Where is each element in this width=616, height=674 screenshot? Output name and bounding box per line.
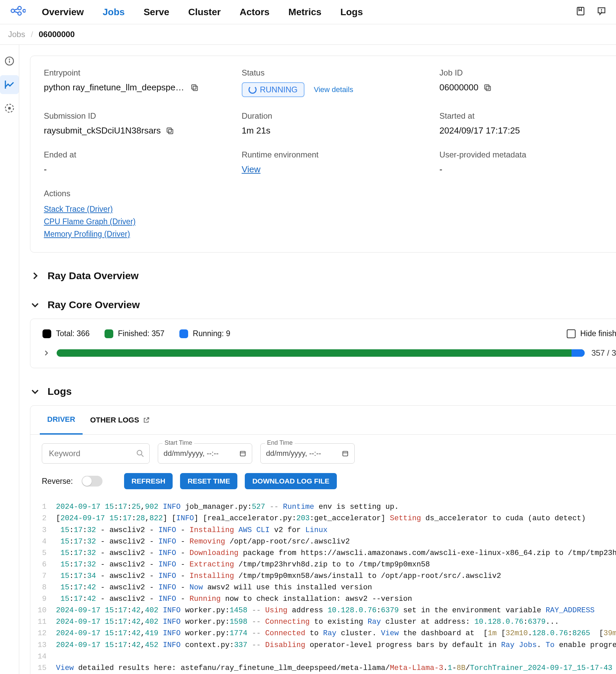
user-meta-value: - [439, 164, 616, 175]
log-line: 102024-09-17 15:17:42,402 INFO worker.py… [37, 605, 616, 616]
nav-actors[interactable]: Actors [240, 7, 270, 18]
chevron-right-icon [30, 271, 40, 281]
breadcrumb-current: 06000000 [39, 30, 75, 39]
svg-rect-19 [167, 128, 171, 132]
svg-line-4 [14, 11, 18, 13]
svg-rect-16 [486, 86, 491, 90]
started-value: 2024/09/17 17:17:25 [439, 125, 616, 136]
actions-label: Actions [44, 189, 616, 198]
svg-point-11 [9, 59, 9, 59]
svg-point-1 [18, 6, 21, 10]
finished-label: Finished: 357 [118, 329, 165, 338]
svg-rect-18 [168, 129, 173, 134]
copy-icon[interactable] [190, 83, 199, 92]
entrypoint-value: python ray_finetune_llm_deepspeed.py --m… [44, 82, 185, 93]
svg-point-5 [23, 9, 26, 12]
chevron-down-icon [30, 300, 40, 310]
submission-value: raysubmit_ckSDciU1N38rsars [44, 125, 161, 136]
copy-icon[interactable] [166, 126, 174, 135]
other-logs-tab[interactable]: OTHER LOGS [83, 406, 157, 434]
svg-rect-17 [485, 85, 489, 89]
reverse-label: Reverse: [42, 477, 73, 486]
download-log-button[interactable]: DOWNLOAD LOG FILE [245, 473, 337, 489]
end-time-input[interactable]: dd/mm/yyyy, --:-- [260, 443, 355, 464]
submission-label: Submission ID [44, 111, 228, 121]
hide-finished-checkbox[interactable]: Hide finished [567, 329, 616, 338]
ray-data-section-header[interactable]: Ray Data Overview [30, 270, 616, 282]
driver-tab[interactable]: DRIVER [40, 406, 83, 435]
finished-swatch [105, 329, 113, 338]
log-line: 4 15:17:32 - awscliv2 - INFO - Removing … [37, 536, 616, 548]
svg-line-3 [14, 9, 18, 10]
total-label: Total: 366 [56, 329, 90, 338]
action-link[interactable]: Memory Profiling (Driver) [44, 228, 616, 240]
nav-serve[interactable]: Serve [144, 7, 169, 18]
ray-logo [9, 5, 26, 19]
spinner-icon [248, 86, 257, 94]
log-line: 12024-09-17 15:17:25,902 INFO job_manage… [37, 501, 616, 513]
log-line: 15View detailed results here: astefanu/r… [37, 663, 616, 674]
svg-point-24 [137, 450, 142, 455]
rail-refresh-icon[interactable] [0, 99, 19, 118]
end-time-label: End Time [265, 439, 295, 446]
left-rail [0, 45, 19, 674]
nav-metrics[interactable]: Metrics [288, 7, 321, 18]
reverse-toggle[interactable] [82, 476, 102, 487]
log-line: 9 15:17:42 - awscliv2 - INFO - Running n… [37, 593, 616, 605]
calendar-icon [342, 450, 349, 457]
running-swatch [179, 329, 188, 338]
svg-rect-15 [192, 85, 196, 89]
entrypoint-label: Entrypoint [44, 68, 228, 78]
feedback-icon[interactable] [596, 6, 607, 18]
action-link[interactable]: Stack Trace (Driver) [44, 203, 616, 215]
runtime-env-link[interactable]: View [242, 164, 261, 175]
total-swatch [42, 329, 51, 338]
bookmark-icon[interactable] [576, 6, 586, 18]
svg-rect-28 [343, 451, 348, 456]
log-line: 112024-09-17 15:17:42,402 INFO worker.py… [37, 616, 616, 628]
log-line: 14 [37, 651, 616, 663]
runtime-env-label: Runtime environment [242, 150, 426, 159]
duration-label: Duration [242, 111, 426, 121]
nav-cluster[interactable]: Cluster [188, 7, 221, 18]
svg-point-13 [8, 107, 10, 109]
refresh-button[interactable]: REFRESH [124, 473, 173, 489]
view-details-link[interactable]: View details [314, 85, 353, 94]
user-meta-label: User-provided metadata [439, 150, 616, 159]
progress-bar [57, 349, 585, 357]
keyword-input[interactable] [42, 443, 150, 464]
logs-section-header[interactable]: Logs [30, 386, 616, 397]
reset-time-button[interactable]: RESET TIME [180, 473, 237, 489]
ended-label: Ended at [44, 150, 228, 159]
nav-overview[interactable]: Overview [42, 7, 84, 18]
svg-rect-14 [193, 86, 198, 90]
svg-line-25 [142, 455, 144, 457]
log-line: 3 15:17:32 - awscliv2 - INFO - Installin… [37, 525, 616, 536]
expand-progress-icon[interactable] [42, 349, 50, 357]
jobid-label: Job ID [439, 68, 616, 78]
breadcrumb-root[interactable]: Jobs [8, 30, 25, 39]
nav-logs[interactable]: Logs [340, 7, 363, 18]
svg-rect-26 [240, 451, 245, 456]
svg-point-0 [11, 9, 14, 12]
log-line: 7 15:17:34 - awscliv2 - INFO - Installin… [37, 570, 616, 582]
ray-core-section-header[interactable]: Ray Core Overview [30, 299, 616, 311]
started-label: Started at [439, 111, 616, 121]
start-time-label: Start Time [163, 439, 194, 446]
job-meta-card: Entrypoint python ray_finetune_llm_deeps… [30, 56, 616, 253]
status-label: Status [242, 68, 426, 78]
log-output: 12024-09-17 15:17:25,902 INFO job_manage… [30, 499, 616, 674]
log-line: 5 15:17:32 - awscliv2 - INFO - Downloadi… [37, 548, 616, 559]
start-time-input[interactable]: dd/mm/yyyy, --:-- [158, 443, 252, 464]
rail-chart-icon[interactable] [0, 75, 19, 94]
log-line: 6 15:17:32 - awscliv2 - INFO - Extractin… [37, 559, 616, 570]
action-link[interactable]: CPU Flame Graph (Driver) [44, 215, 616, 228]
svg-rect-6 [577, 7, 584, 15]
search-icon [136, 449, 145, 458]
copy-icon[interactable] [483, 83, 492, 92]
ended-value: - [44, 164, 228, 175]
rail-info-icon[interactable] [0, 52, 19, 70]
nav-jobs[interactable]: Jobs [103, 7, 125, 18]
running-label: Running: 9 [193, 329, 230, 338]
chevron-down-icon [30, 386, 40, 397]
